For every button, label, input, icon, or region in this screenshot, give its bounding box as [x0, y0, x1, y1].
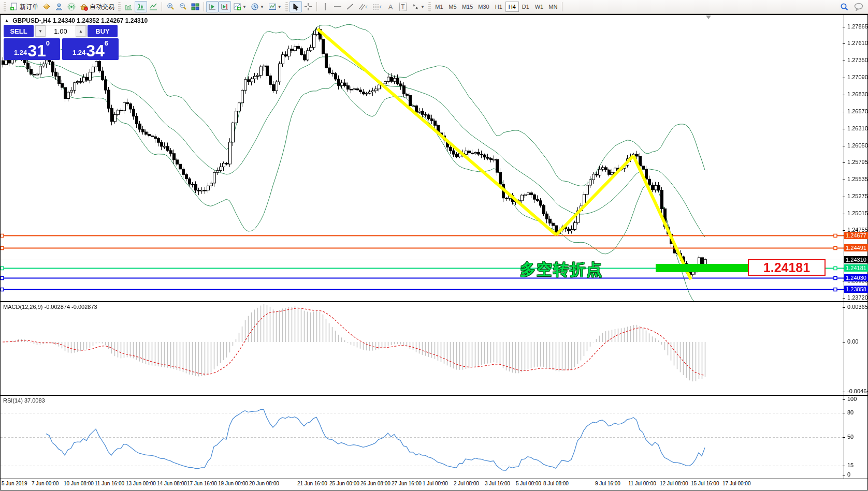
new-order-button[interactable]: 新订单: [8, 1, 40, 12]
sell-button[interactable]: SELL: [4, 25, 34, 37]
toolbar-separator: [562, 2, 562, 11]
auto-scroll-button[interactable]: [206, 1, 219, 12]
text-tool-button[interactable]: A: [384, 1, 397, 12]
periods-button[interactable]: ▼: [249, 1, 266, 12]
chart-shift-icon: [221, 3, 229, 11]
auto-scroll-icon: [208, 3, 216, 11]
toolbar-separator: [316, 2, 317, 11]
symbol-name: GBPUSD-,H4: [12, 17, 51, 24]
navigator-button[interactable]: [53, 1, 65, 12]
timeframe-button-h4[interactable]: H4: [505, 2, 519, 12]
price-tick-label: 1.27610: [847, 40, 868, 46]
price-tick-label: 1.27865: [847, 23, 868, 29]
horizontal-line-icon: [334, 3, 342, 10]
time-axis-label: 5 Jun 2019: [2, 481, 27, 486]
rsi-canvas[interactable]: [1, 396, 844, 478]
macd-axis[interactable]: 0.0036580.00-0.004645: [844, 302, 867, 395]
gold-icon: [42, 3, 51, 11]
horizontal-line-tool-button[interactable]: [331, 1, 344, 12]
cursor-tool-button[interactable]: [290, 1, 302, 12]
timeframe-button-m30[interactable]: M30: [475, 2, 491, 12]
crosshair-tool-button[interactable]: [302, 1, 314, 12]
indicators-icon: [233, 3, 241, 11]
sell-price-pip: 0: [46, 39, 50, 47]
buy-price-display[interactable]: 1.24 34 6: [62, 38, 119, 60]
text-label-tool-button[interactable]: T: [397, 1, 409, 12]
rsi-axis[interactable]: 1008050150: [844, 396, 867, 479]
dropdown-arrow-icon: ▼: [242, 5, 247, 9]
macd-plot-area[interactable]: MACD(12,26,9) -0.002874 -0.002873: [1, 302, 844, 395]
sell-price-display[interactable]: 1.24 31 0: [4, 38, 60, 60]
buy-button[interactable]: BUY: [88, 25, 118, 37]
timeframe-button-mn[interactable]: MN: [546, 2, 560, 12]
time-axis-label: 15 Jul 16:00: [691, 481, 719, 486]
rsi-label: RSI(14) 37.0083: [3, 397, 45, 404]
main-plot-area[interactable]: ▲ GBPUSD-,H4 1.24340 1.24352 1.24267 1.2…: [1, 15, 844, 301]
collapse-triangle-icon[interactable]: ▲: [5, 18, 9, 23]
timeframe-button-d1[interactable]: D1: [519, 2, 532, 12]
signals-button[interactable]: [65, 1, 78, 12]
volume-increase-button[interactable]: ▲: [76, 25, 86, 37]
zoom-in-icon: [166, 3, 175, 11]
price-tick-label: 1.27090: [847, 74, 868, 80]
price-tick-label: 1.25535: [847, 176, 868, 182]
time-axis[interactable]: 5 Jun 20197 Jun 00:0010 Jun 08:0011 Jun …: [1, 479, 867, 489]
price-axis[interactable]: 1.278651.276101.273501.270901.268301.265…: [844, 15, 867, 301]
line-chart-icon: [149, 3, 157, 11]
time-axis-label: 5 Jul 00:00: [516, 481, 541, 486]
volume-stepper: ▼ 1.00 ▲: [35, 25, 86, 37]
toolbar-grip: [4, 2, 6, 11]
toolbar: 新订单 自动: [0, 0, 868, 14]
macd-tick-label: 0.00: [847, 338, 858, 345]
bar-chart-button[interactable]: [122, 1, 135, 12]
signal-icon: [67, 3, 76, 11]
auto-trading-button[interactable]: 自动交易: [78, 1, 117, 12]
trendline-tool-button[interactable]: [344, 1, 356, 12]
time-axis-label: 12 Jul 08:00: [660, 481, 688, 486]
zoom-in-button[interactable]: [164, 1, 177, 12]
volume-decrease-button[interactable]: ▼: [35, 25, 46, 37]
chart-shift-button[interactable]: [219, 1, 231, 12]
timeframe-button-h1[interactable]: H1: [492, 2, 505, 12]
search-icon[interactable]: [840, 3, 849, 11]
price-level-label: 1.24677: [844, 232, 868, 239]
quotes-button[interactable]: [40, 1, 53, 12]
zoom-out-button[interactable]: [177, 1, 189, 12]
volume-value[interactable]: 1.00: [46, 25, 76, 37]
fibonacci-tool-button[interactable]: F: [370, 1, 384, 12]
auto-trading-icon: [80, 3, 88, 11]
toolbar-grip: [118, 2, 121, 11]
chat-icon[interactable]: [854, 3, 864, 11]
timeframe-button-m1[interactable]: M1: [432, 2, 446, 12]
time-axis-label: 11 Jul 00:00: [628, 481, 656, 486]
timeframe-button-w1[interactable]: W1: [532, 2, 546, 12]
arrows-tool-button[interactable]: ▼: [409, 1, 427, 12]
chart-shift-marker-icon[interactable]: [706, 16, 711, 19]
time-axis-label: 14 Jun 08:00: [157, 481, 187, 486]
rsi-tick-label: 100: [847, 396, 857, 402]
timeframe-button-m15[interactable]: M15: [459, 2, 475, 12]
vertical-line-tool-button[interactable]: [319, 1, 331, 12]
rsi-plot-area[interactable]: RSI(14) 37.0083: [1, 396, 844, 479]
rsi-tick-label: 0: [847, 471, 850, 478]
mt4-application: 新订单 自动: [0, 0, 868, 491]
price-tick-label: 1.26050: [847, 142, 868, 148]
arrows-icon: [411, 3, 419, 11]
clock-icon: [251, 3, 259, 11]
price-callout-box[interactable]: 1.24181: [748, 259, 826, 276]
tile-windows-icon: [191, 3, 199, 11]
main-price-canvas[interactable]: [1, 15, 844, 301]
fibo-glyph: F: [380, 5, 382, 9]
line-chart-button[interactable]: [147, 1, 160, 12]
templates-button[interactable]: ▼: [266, 1, 284, 12]
tile-windows-button[interactable]: [189, 1, 201, 12]
zoom-out-icon: [179, 3, 187, 11]
highlight-rectangle[interactable]: [656, 264, 748, 272]
macd-canvas[interactable]: [1, 302, 844, 395]
symbol-ohlc: 1.24340 1.24352 1.24267 1.24310: [53, 17, 148, 24]
price-level-label: 1.24181: [844, 264, 868, 272]
channel-tool-button[interactable]: E: [356, 1, 370, 12]
timeframe-button-m5[interactable]: M5: [446, 2, 459, 12]
candlestick-chart-button[interactable]: [135, 1, 147, 12]
indicators-button[interactable]: ▼: [231, 1, 249, 12]
